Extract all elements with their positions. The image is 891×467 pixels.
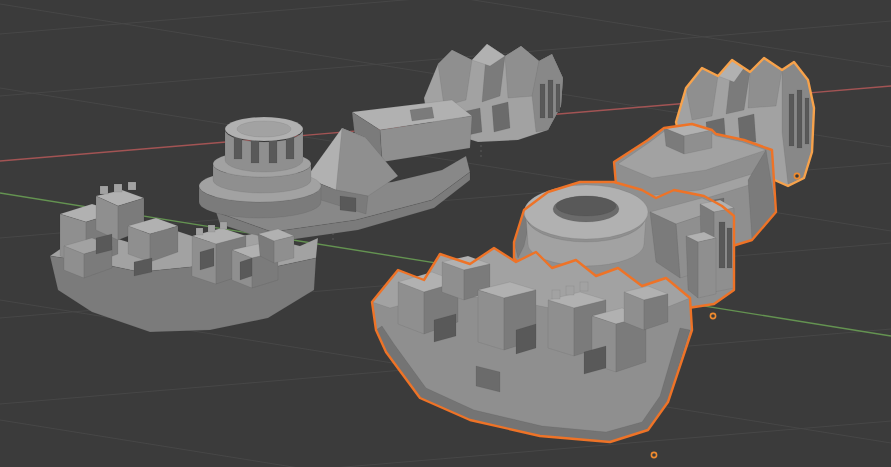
- grid-line: [0, 420, 891, 467]
- crenellation: [208, 225, 215, 232]
- crenellation: [220, 222, 227, 229]
- object-tower-ruin-left[interactable]: [199, 100, 472, 242]
- tower-top-inner: [237, 121, 291, 137]
- crenellation: [114, 184, 122, 192]
- recess: [200, 248, 214, 270]
- wall-slot: [805, 98, 809, 144]
- cave-opening: [492, 102, 510, 132]
- cube-front: [548, 300, 574, 356]
- tower-front: [698, 238, 716, 298]
- crenellation: [566, 286, 574, 295]
- blender-3d-viewport[interactable]: [0, 0, 891, 467]
- wall-slot: [797, 90, 802, 148]
- wall-slot: [556, 84, 560, 112]
- tower-slot: [719, 222, 725, 268]
- object-origin-dot: [710, 313, 715, 318]
- crater-hole-inner: [556, 196, 616, 216]
- crenellation: [552, 290, 560, 299]
- wall-slot: [548, 80, 553, 118]
- recess: [240, 258, 252, 280]
- crenellation: [196, 228, 203, 235]
- crenellation: [580, 282, 588, 291]
- crenellation: [100, 186, 108, 194]
- wall-slot: [540, 84, 545, 118]
- object-origin-dot: [794, 173, 799, 178]
- viewport-canvas[interactable]: [0, 0, 891, 467]
- grid-line: [0, 0, 891, 34]
- tower-slot: [727, 228, 732, 268]
- cube-front: [478, 290, 504, 350]
- tower-side: [686, 236, 698, 298]
- cube-front: [274, 236, 294, 263]
- crenellation: [128, 182, 136, 190]
- door-recess: [340, 196, 356, 212]
- wall-slot: [789, 94, 794, 146]
- object-origin-dot: [651, 452, 656, 457]
- grid-line: [0, 421, 891, 467]
